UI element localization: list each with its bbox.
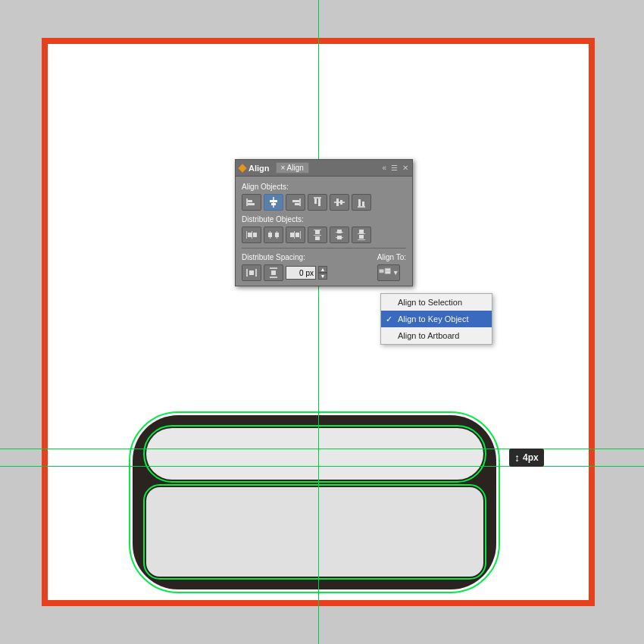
align-right-icon xyxy=(289,196,302,208)
svg-rect-46 xyxy=(270,277,277,278)
panel-bottom-row: Distribute Spacing: xyxy=(242,252,406,281)
size-tooltip: ↕ 4px xyxy=(509,449,544,467)
dist-bottom-icon xyxy=(355,229,367,241)
svg-rect-10 xyxy=(314,199,317,204)
distribute-spacing-section: Distribute Spacing: xyxy=(242,252,327,281)
spacing-value-input[interactable] xyxy=(286,266,316,280)
dist-left-button[interactable] xyxy=(242,227,261,243)
menu-icon[interactable]: ☰ xyxy=(391,164,398,172)
svg-rect-18 xyxy=(246,231,247,239)
dist-bottom-button[interactable] xyxy=(352,227,371,243)
align-to-key-object-item[interactable]: ✓ Align to Key Object xyxy=(381,311,492,327)
align-objects-row xyxy=(242,194,406,211)
align-bottom-button[interactable] xyxy=(352,194,371,211)
svg-rect-43 xyxy=(255,269,257,277)
guide-horizontal-2 xyxy=(0,466,644,467)
dist-spacing-h-button[interactable] xyxy=(242,264,261,281)
align-to-section: Align To: ▼ xyxy=(377,252,406,281)
align-center-v-icon xyxy=(333,196,345,208)
svg-rect-47 xyxy=(271,270,276,275)
dropdown-arrow-icon: ▼ xyxy=(392,269,399,277)
shape-inner-bottom-outline xyxy=(143,484,486,580)
svg-rect-19 xyxy=(252,231,252,239)
svg-rect-21 xyxy=(253,233,257,237)
collapse-icon[interactable]: « xyxy=(382,164,386,172)
panel-title-controls: « ☰ ✕ xyxy=(382,164,408,172)
stepper-down-button[interactable]: ▼ xyxy=(318,273,327,280)
align-to-artboard-item[interactable]: Align to Artboard xyxy=(381,327,492,344)
stepper-up-button[interactable]: ▲ xyxy=(318,266,327,273)
dist-center-h-button[interactable] xyxy=(264,227,283,243)
align-to-dropdown-menu: Align to Selection ✓ Align to Key Object… xyxy=(380,293,492,345)
align-to-label: Align To: xyxy=(377,253,406,261)
svg-rect-38 xyxy=(358,233,365,234)
svg-rect-0 xyxy=(246,199,248,206)
svg-rect-5 xyxy=(271,203,276,205)
dist-spacing-v-icon xyxy=(267,267,280,279)
align-left-icon xyxy=(245,196,258,208)
dist-top-button[interactable] xyxy=(308,227,327,243)
align-to-selection-item[interactable]: Align to Selection xyxy=(381,294,492,311)
svg-rect-33 xyxy=(315,236,320,240)
guide-vertical xyxy=(318,0,319,644)
align-center-h-button[interactable] xyxy=(264,194,283,211)
svg-rect-17 xyxy=(362,202,364,206)
svg-rect-31 xyxy=(314,235,321,236)
guide-horizontal-1 xyxy=(0,449,644,449)
svg-rect-12 xyxy=(334,202,345,203)
svg-rect-27 xyxy=(300,231,301,239)
align-top-button[interactable] xyxy=(308,194,327,211)
svg-rect-26 xyxy=(294,231,295,239)
close-icon[interactable]: ✕ xyxy=(402,164,408,172)
svg-rect-7 xyxy=(292,200,299,202)
dist-spacing-v-button[interactable] xyxy=(264,264,283,281)
tooltip-arrow-icon: ↕ xyxy=(514,452,520,464)
align-right-button[interactable] xyxy=(286,194,305,211)
svg-rect-29 xyxy=(295,233,299,237)
svg-rect-9 xyxy=(314,197,321,199)
svg-rect-13 xyxy=(336,199,339,206)
align-to-dropdown-button[interactable]: ▼ xyxy=(377,264,400,281)
svg-rect-44 xyxy=(249,270,254,275)
svg-rect-6 xyxy=(299,199,301,206)
panel-title-left: Align × Align xyxy=(239,162,309,174)
svg-rect-45 xyxy=(270,267,277,269)
distribute-spacing-label: Distribute Spacing: xyxy=(242,253,327,261)
spacing-controls: ▲ ▼ xyxy=(242,264,327,281)
svg-rect-16 xyxy=(358,199,361,206)
tooltip-value: 4px xyxy=(523,452,539,463)
panel-diamond-icon xyxy=(238,164,246,172)
dist-right-button[interactable] xyxy=(286,227,305,243)
dist-left-icon xyxy=(245,229,258,241)
panel-tab: × Align xyxy=(276,162,309,174)
dist-center-h-icon xyxy=(267,229,280,241)
svg-rect-28 xyxy=(290,233,294,237)
panel-title: Align xyxy=(249,164,270,173)
svg-rect-1 xyxy=(248,200,252,202)
dist-center-v-icon xyxy=(333,229,345,241)
align-top-icon xyxy=(311,196,324,208)
svg-rect-8 xyxy=(295,203,299,205)
svg-rect-40 xyxy=(359,230,364,233)
svg-rect-36 xyxy=(337,230,342,233)
panel-divider xyxy=(242,248,406,249)
dist-center-v-button[interactable] xyxy=(330,227,349,243)
svg-rect-30 xyxy=(314,230,321,230)
svg-rect-24 xyxy=(268,233,272,237)
svg-rect-2 xyxy=(248,203,255,205)
dist-right-icon xyxy=(289,229,302,241)
dist-spacing-h-icon xyxy=(245,267,258,279)
align-bottom-icon xyxy=(355,196,367,208)
distribute-objects-label: Distribute Objects: xyxy=(242,215,406,224)
align-center-h-icon xyxy=(267,196,280,208)
dist-top-icon xyxy=(311,229,324,241)
align-center-v-button[interactable] xyxy=(330,194,349,211)
svg-rect-37 xyxy=(337,236,342,239)
shape-inner-top-outline xyxy=(143,425,486,483)
svg-rect-39 xyxy=(358,239,365,240)
align-left-button[interactable] xyxy=(242,194,261,211)
align-panel: Align × Align « ☰ ✕ Align Objects: xyxy=(235,159,413,286)
distribute-objects-row xyxy=(242,227,406,243)
svg-rect-15 xyxy=(358,206,365,208)
panel-body: Align Objects: xyxy=(236,177,412,286)
